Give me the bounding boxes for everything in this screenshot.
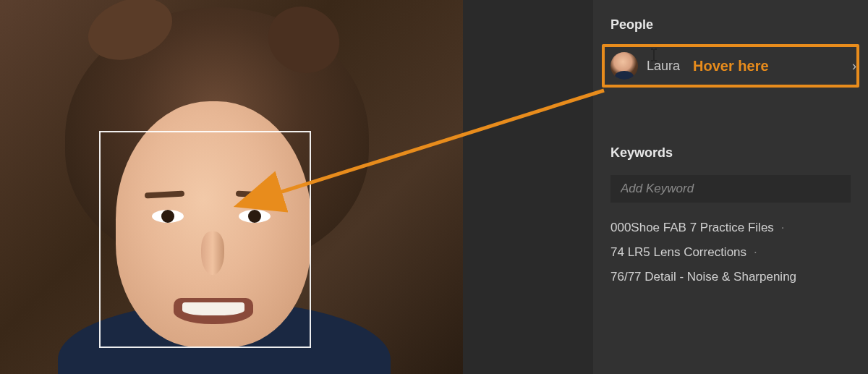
- add-keyword-input[interactable]: [610, 175, 851, 203]
- keyword-item[interactable]: 76/77 Detail - Noise & Sharpening: [610, 265, 851, 289]
- person-name-label[interactable]: Laura: [647, 59, 680, 74]
- photo-canvas[interactable]: [0, 0, 463, 374]
- keyword-item[interactable]: 000Shoe FAB 7 Practice Files·: [610, 216, 851, 240]
- keyword-separator-dot: ·: [754, 245, 757, 259]
- portrait-illustration: [0, 0, 463, 374]
- chevron-right-icon[interactable]: ›: [852, 59, 856, 74]
- keywords-section-title: Keywords: [593, 145, 868, 169]
- canvas-gutter: [463, 0, 593, 374]
- keyword-label: 76/77 Detail - Noise & Sharpening: [610, 270, 796, 284]
- people-row-laura[interactable]: Laura Hover here ›: [602, 44, 859, 88]
- metadata-panel: People Laura Hover here › Keywords 000Sh…: [593, 0, 868, 374]
- keyword-list: 000Shoe FAB 7 Practice Files· 74 LR5 Len…: [593, 216, 868, 289]
- keyword-separator-dot: ·: [781, 221, 785, 234]
- person-avatar: [610, 52, 638, 80]
- people-section-title: People: [593, 17, 868, 41]
- keyword-label: 74 LR5 Lens Corrections: [610, 245, 746, 259]
- hover-annotation-label: Hover here: [693, 58, 769, 75]
- keyword-item[interactable]: 74 LR5 Lens Corrections·: [610, 240, 851, 265]
- keyword-label: 000Shoe FAB 7 Practice Files: [610, 221, 774, 234]
